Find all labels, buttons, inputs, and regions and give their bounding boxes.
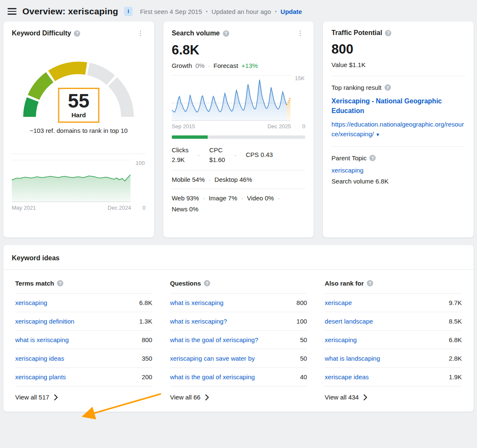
view-all-label: View all 517: [15, 394, 49, 401]
update-link[interactable]: Update: [281, 8, 302, 15]
more-options-icon[interactable]: ⋮: [136, 29, 146, 38]
keyword-row: xeriscaping ideas 350: [15, 349, 152, 368]
keyword-volume: 1.9K: [449, 373, 462, 381]
news-share: News 0%: [172, 205, 198, 213]
image-share: Image 7%: [209, 194, 237, 202]
separator-dot: ·: [209, 176, 211, 183]
keyword-row: xeriscaping 6.8K: [325, 331, 462, 349]
separator-dot: ·: [203, 194, 205, 202]
keyword-link[interactable]: what is xeriscaping: [170, 299, 224, 306]
volume-chart-xend: Dec 2025: [268, 123, 291, 130]
keyword-row: xeriscaping 6.8K: [15, 294, 152, 312]
parent-topic-link[interactable]: xeriscaping: [331, 167, 465, 174]
help-icon[interactable]: ?: [74, 30, 80, 37]
cps-metric: CPS 0.43: [246, 150, 273, 160]
chevron-right-icon: [363, 394, 367, 400]
metric-cards-row: Keyword Difficulty ? ⋮ 55 Hard ~103 ref.…: [0, 22, 477, 237]
view-all-label: View all 434: [325, 394, 359, 401]
separator-dot: •: [275, 8, 277, 15]
keyword-link[interactable]: what is xeriscaping?: [170, 318, 227, 325]
kd-history-sparkline: [12, 160, 130, 202]
growth-forecast-row: Growth 0% · Forecast +13%: [172, 62, 306, 69]
info-badge[interactable]: i: [124, 7, 133, 16]
separator-dot: ·: [278, 194, 280, 202]
keyword-link[interactable]: xeriscape ideas: [325, 373, 369, 381]
volume-chart-ymax: 15K: [290, 75, 305, 121]
keyword-link[interactable]: xeriscaping: [15, 299, 47, 306]
top-result-title-link[interactable]: Xeriscaping - National Geographic Educat…: [331, 96, 465, 116]
volume-chart-xstart: Sep 2015: [172, 123, 195, 130]
forecast-value: +13%: [241, 62, 258, 69]
keyword-volume: 6.8K: [449, 336, 462, 343]
keyword-link[interactable]: xeriscaping plants: [15, 373, 66, 381]
help-icon[interactable]: ?: [204, 280, 210, 286]
keyword-link[interactable]: xeriscape: [325, 299, 352, 306]
device-split-row: Mobile 54% · Desktop 46%: [172, 170, 306, 189]
help-icon[interactable]: ?: [367, 280, 373, 286]
mobile-share: Mobile 54%: [172, 176, 205, 183]
forecast-label: Forecast: [214, 62, 238, 69]
clicks-value: 2.9K: [172, 155, 189, 165]
keyword-link[interactable]: desert landscape: [325, 318, 373, 325]
separator-dot: ·: [208, 62, 210, 69]
header-meta: First seen 4 Sep 2015 • Updated an hour …: [140, 8, 302, 15]
help-icon[interactable]: ?: [369, 155, 376, 161]
questions-header: Questions: [170, 280, 201, 287]
cpc-metric: CPC $1.60: [209, 146, 225, 165]
search-volume-card: Search volume ? ⋮ 6.8K Growth 0% · Forec…: [163, 22, 314, 237]
search-volume-value: 6.8K: [172, 43, 306, 58]
top-ranking-label: Top ranking result: [331, 84, 381, 91]
top-ranking-label-row: Top ranking result ?: [331, 84, 465, 91]
keyword-link[interactable]: what is landscaping: [325, 355, 380, 362]
keyword-row: xeriscape ideas 1.9K: [325, 368, 462, 386]
keyword-volume: 800: [296, 299, 307, 306]
kd-difficulty-label: Hard: [68, 111, 89, 119]
menu-icon[interactable]: [8, 8, 16, 15]
traffic-value-label: Value $1.1K: [331, 61, 465, 68]
chevron-right-icon: [54, 394, 58, 400]
keyword-link[interactable]: xeriscaping ideas: [15, 355, 64, 362]
search-volume-line-chart: [172, 75, 290, 121]
separator-dot: ·: [241, 194, 243, 202]
clicks-cpc-cps-row: Clicks 2.9K · CPC $1.60 · CPS 0.43: [172, 146, 306, 170]
view-all-terms-match[interactable]: View all 517: [15, 386, 152, 401]
keyword-link[interactable]: xeriscaping: [325, 336, 357, 343]
video-share: Video 0%: [247, 194, 274, 202]
also-rank-for-column: Also rank for ? xeriscape 9.7K desert la…: [325, 280, 462, 401]
parent-topic-label: Parent Topic: [331, 154, 366, 162]
kd-value-box: 55 Hard: [58, 88, 99, 123]
keyword-volume: 200: [142, 373, 152, 381]
keyword-link[interactable]: what is xeriscaping: [15, 336, 69, 343]
keyword-volume: 9.7K: [449, 299, 462, 306]
keyword-volume: 1.3K: [139, 318, 152, 325]
help-icon[interactable]: ?: [223, 30, 229, 37]
search-type-row: Web 93% · Image 7% · Video 0% · News 0%: [172, 189, 306, 218]
view-all-also-rank-for[interactable]: View all 434: [325, 386, 462, 401]
keyword-volume: 50: [300, 355, 307, 362]
help-icon[interactable]: ?: [385, 30, 391, 36]
kd-history-chart: 100: [12, 160, 146, 202]
questions-column: Questions ? what is xeriscaping 800 what…: [170, 280, 307, 401]
more-options-icon[interactable]: ⋮: [295, 29, 305, 38]
kd-card-title: Keyword Difficulty: [12, 30, 71, 37]
keyword-row: what is xeriscaping? 100: [170, 312, 307, 331]
kd-chart-xstart: May 2021: [12, 205, 36, 211]
keyword-volume: 100: [296, 318, 307, 325]
top-result-url-link[interactable]: https://education.nationalgeographic.org…: [331, 121, 464, 138]
keyword-row: what is landscaping 2.8K: [325, 349, 462, 368]
divider: [331, 146, 465, 147]
keyword-link[interactable]: xeriscaping definition: [15, 318, 74, 325]
keyword-link[interactable]: xeriscaping can save water by: [170, 355, 255, 362]
caret-down-icon[interactable]: ▼: [375, 132, 380, 137]
terms-match-column: Terms match ? xeriscaping 6.8K xeriscapi…: [15, 280, 152, 401]
help-icon[interactable]: ?: [385, 84, 391, 91]
keyword-link[interactable]: what is the goal of xeriscaping?: [170, 336, 258, 343]
keyword-volume: 50: [300, 336, 307, 343]
chevron-right-icon: [205, 394, 209, 400]
help-icon[interactable]: ?: [57, 280, 63, 286]
top-result-url-row: https://education.nationalgeographic.org…: [331, 120, 465, 139]
keyword-row: what is xeriscaping 800: [170, 294, 307, 312]
keyword-link[interactable]: what is the goal of xeriscaping: [170, 373, 255, 381]
view-all-questions[interactable]: View all 66: [170, 386, 307, 401]
kd-chart-ymin: 0: [131, 205, 146, 211]
